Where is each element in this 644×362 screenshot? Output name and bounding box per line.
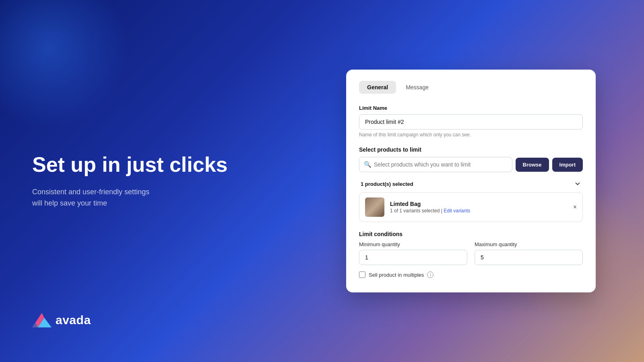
info-icon[interactable]: i: [427, 272, 433, 278]
edit-variants-link[interactable]: Edit variants: [444, 208, 470, 214]
search-input[interactable]: [359, 157, 512, 172]
tab-bar: General Message: [359, 81, 583, 94]
subtext-line1: Consistent and user-friendly settings: [32, 188, 149, 196]
subtext: Consistent and user-friendly settings wi…: [32, 187, 258, 209]
selected-summary-row[interactable]: 1 product(s) selected: [359, 177, 583, 191]
conditions-section: Limit conditions Minimum quantity Maximu…: [359, 231, 583, 278]
max-qty-input[interactable]: [475, 250, 583, 265]
left-panel: Set up in just clicks Consistent and use…: [32, 0, 258, 362]
browse-button[interactable]: Browse: [516, 158, 549, 172]
product-card: Limted Bag 1 of 1 variants selected | Ed…: [359, 192, 583, 222]
product-img-bg: [365, 197, 384, 217]
max-qty-label: Maximum quantity: [475, 241, 583, 247]
sell-multiples-row: Sell product in multiples i: [359, 272, 583, 278]
conditions-title: Limit conditions: [359, 231, 583, 237]
search-icon: 🔍: [364, 161, 372, 168]
logo-area: avada: [32, 311, 91, 330]
import-button[interactable]: Import: [552, 158, 583, 172]
qty-row: Minimum quantity Maximum quantity: [359, 241, 583, 265]
limit-name-label: Limit Name: [359, 105, 583, 111]
product-meta: 1 of 1 variants selected | Edit variants: [390, 208, 577, 214]
max-qty-col: Maximum quantity: [475, 241, 583, 265]
min-qty-col: Minimum quantity: [359, 241, 467, 265]
product-info: Limted Bag 1 of 1 variants selected | Ed…: [390, 201, 577, 214]
remove-product-button[interactable]: ×: [573, 204, 577, 211]
logo-text: avada: [56, 313, 91, 327]
select-products-title: Select products to limit: [359, 146, 583, 153]
subtext-line2: will help save your time: [32, 199, 107, 207]
limit-name-hint: Name of this limit campaign which only y…: [359, 132, 583, 138]
headline: Set up in just clicks: [32, 153, 258, 177]
chevron-down-icon: [574, 180, 581, 187]
tab-general[interactable]: General: [359, 81, 396, 94]
product-thumbnail: [365, 197, 384, 217]
limit-name-input[interactable]: [359, 114, 583, 130]
min-qty-label: Minimum quantity: [359, 241, 467, 247]
product-variants-text: 1 of 1 variants selected: [390, 208, 440, 214]
search-wrap: 🔍: [359, 157, 512, 172]
search-row: 🔍 Browse Import: [359, 157, 583, 172]
logo-icon: [32, 311, 52, 330]
product-meta-separator: |: [441, 208, 442, 214]
select-products-section: Select products to limit 🔍 Browse Import…: [359, 146, 583, 222]
form-card: General Message Limit Name Name of this …: [346, 70, 596, 292]
tab-message[interactable]: Message: [398, 81, 437, 94]
min-qty-input[interactable]: [359, 250, 467, 265]
selected-count-text: 1 product(s) selected: [361, 181, 413, 187]
sell-multiples-label: Sell product in multiples: [369, 272, 424, 278]
limit-name-section: Limit Name Name of this limit campaign w…: [359, 105, 583, 138]
sell-multiples-checkbox[interactable]: [359, 272, 365, 278]
product-name: Limted Bag: [390, 201, 577, 207]
